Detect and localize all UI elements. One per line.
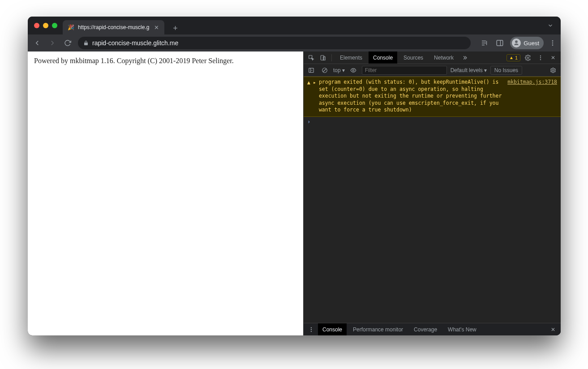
svg-point-20: [552, 69, 554, 71]
more-tabs-icon[interactable]: [460, 53, 470, 63]
warning-count: 1: [515, 55, 518, 60]
context-label: top: [333, 67, 341, 73]
devtools-drawer: Console Performance monitor Coverage Wha…: [304, 323, 561, 335]
media-controls-icon[interactable]: [480, 38, 489, 48]
devtools-panel: Elements Console Sources Network ▲ 1: [303, 51, 561, 335]
svg-point-19: [352, 69, 354, 71]
console-prompt[interactable]: [304, 117, 561, 127]
drawer-tab-console[interactable]: Console: [318, 323, 347, 335]
console-filter-input[interactable]: [362, 66, 447, 75]
tab-sources[interactable]: Sources: [399, 51, 428, 64]
drawer-tab-whatsnew[interactable]: What's New: [443, 323, 481, 335]
toggle-sidebar-icon[interactable]: [306, 65, 316, 75]
svg-point-12: [540, 55, 541, 56]
warnings-badge[interactable]: ▲ 1: [506, 54, 520, 61]
close-window-button[interactable]: [34, 23, 39, 28]
console-output: ▲ ▸ program exited (with status: 0), but…: [304, 77, 561, 323]
avatar-icon: [512, 39, 521, 47]
warning-triangle-icon: ▲: [509, 55, 514, 60]
svg-rect-3: [497, 40, 503, 46]
window-controls: [34, 23, 57, 28]
warning-triangle-icon: ▲: [307, 79, 310, 114]
drawer-menu-icon[interactable]: [306, 325, 316, 335]
dropdown-arrow-icon: ▾: [342, 67, 345, 73]
tab-strip: 🎉 https://rapid-concise-muscle.g ✕ +: [63, 17, 547, 34]
svg-point-7: [552, 44, 554, 46]
url-text: rapid-concise-muscle.glitch.me: [92, 39, 178, 47]
address-bar[interactable]: rapid-concise-muscle.glitch.me: [78, 37, 471, 49]
issues-button[interactable]: No Issues: [490, 66, 522, 75]
navigation-toolbar: rapid-concise-muscle.glitch.me Guest: [28, 34, 561, 51]
svg-point-21: [311, 327, 312, 328]
live-expression-icon[interactable]: [348, 65, 358, 75]
svg-rect-9: [321, 55, 324, 60]
execution-context-selector[interactable]: top ▾: [333, 67, 345, 73]
lock-icon: [83, 40, 89, 46]
warning-message-text: program exited (with status: 0), but kee…: [319, 79, 505, 114]
browser-tab[interactable]: 🎉 https://rapid-concise-muscle.g ✕: [63, 20, 164, 34]
party-popper-icon: 🎉: [67, 24, 74, 31]
maximize-window-button[interactable]: [52, 23, 57, 28]
profile-button[interactable]: Guest: [510, 37, 544, 49]
svg-point-13: [540, 57, 541, 58]
close-tab-button[interactable]: ✕: [153, 24, 160, 31]
tab-console[interactable]: Console: [369, 51, 397, 64]
content-area: Powered by mkbitmap 1.16. Copyright (C) …: [28, 51, 561, 335]
tab-elements[interactable]: Elements: [335, 51, 367, 64]
dropdown-arrow-icon: ▾: [484, 67, 487, 73]
svg-rect-15: [309, 68, 314, 72]
page-body-text: Powered by mkbitmap 1.16. Copyright (C) …: [34, 57, 297, 65]
drawer-tab-perfmon[interactable]: Performance monitor: [348, 323, 408, 335]
profile-label: Guest: [524, 40, 539, 47]
svg-point-23: [311, 330, 312, 331]
device-toolbar-icon[interactable]: [318, 53, 328, 63]
tab-title: https://rapid-concise-muscle.g: [78, 24, 149, 30]
minimize-window-button[interactable]: [43, 23, 48, 28]
svg-point-11: [527, 57, 529, 59]
drawer-tab-coverage[interactable]: Coverage: [409, 323, 442, 335]
inspect-element-icon[interactable]: [306, 53, 316, 63]
titlebar: 🎉 https://rapid-concise-muscle.g ✕ +: [28, 17, 561, 34]
tab-search-button[interactable]: [547, 22, 554, 29]
expand-icon[interactable]: ▸: [313, 79, 316, 114]
browser-window: 🎉 https://rapid-concise-muscle.g ✕ + rap…: [28, 17, 561, 335]
webpage-viewport: Powered by mkbitmap 1.16. Copyright (C) …: [28, 51, 303, 335]
forward-button[interactable]: [47, 38, 57, 48]
svg-point-5: [552, 40, 554, 42]
svg-point-6: [552, 43, 554, 44]
devtools-settings-icon[interactable]: [523, 53, 533, 63]
back-button[interactable]: [32, 38, 42, 48]
console-warning-entry[interactable]: ▲ ▸ program exited (with status: 0), but…: [304, 77, 561, 117]
close-drawer-button[interactable]: ✕: [548, 325, 558, 335]
source-link[interactable]: mkbitmap.js:3718: [507, 79, 557, 114]
svg-line-18: [323, 69, 326, 72]
svg-point-14: [540, 59, 541, 60]
clear-console-icon[interactable]: [320, 65, 330, 75]
log-levels-selector[interactable]: Default levels ▾: [451, 67, 487, 73]
console-toolbar: top ▾ Default levels ▾ No Issues: [304, 64, 561, 77]
side-panel-icon[interactable]: [495, 38, 505, 48]
new-tab-button[interactable]: +: [169, 22, 181, 34]
reload-button[interactable]: [63, 38, 73, 48]
tab-network[interactable]: Network: [429, 51, 458, 64]
toolbar-right: Guest: [480, 37, 556, 49]
close-devtools-button[interactable]: ✕: [548, 53, 558, 63]
svg-point-22: [311, 329, 312, 330]
devtools-tabbar: Elements Console Sources Network ▲ 1: [304, 51, 561, 64]
devtools-menu-icon[interactable]: [536, 53, 545, 63]
browser-menu-button[interactable]: [549, 39, 556, 47]
levels-label: Default levels: [451, 67, 483, 73]
console-settings-icon[interactable]: [548, 65, 558, 75]
